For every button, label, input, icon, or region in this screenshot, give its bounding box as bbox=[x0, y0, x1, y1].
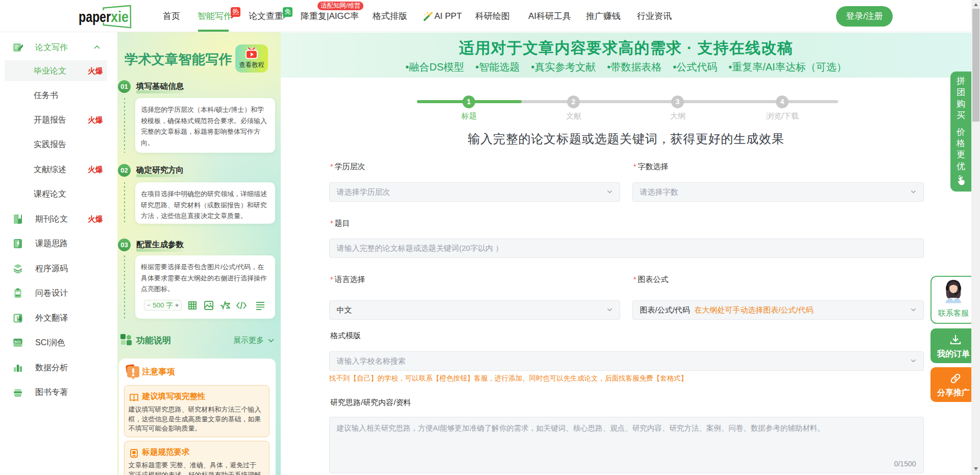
svg-text:paper: paper bbox=[79, 9, 111, 25]
svg-text:SCI: SCI bbox=[14, 340, 21, 344]
svg-text:译: 译 bbox=[16, 316, 22, 322]
svg-text:xie: xie bbox=[111, 9, 129, 25]
